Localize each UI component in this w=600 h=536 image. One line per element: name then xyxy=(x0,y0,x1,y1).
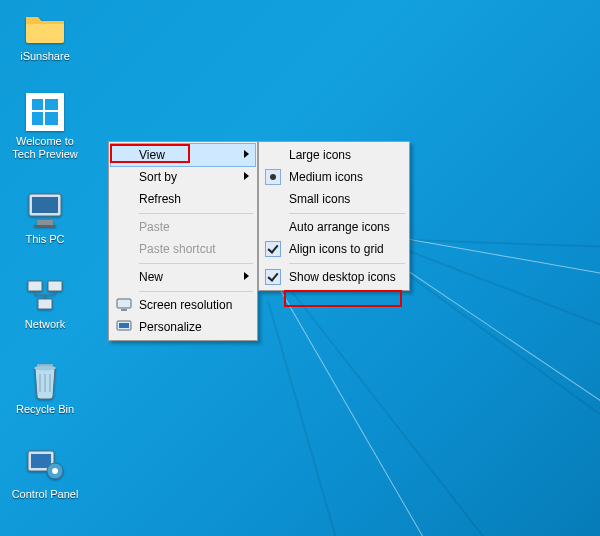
svg-rect-15 xyxy=(31,454,51,468)
radio-selected-icon xyxy=(265,169,281,185)
menu-separator xyxy=(289,213,405,214)
submenu-arrow-icon xyxy=(244,150,249,158)
desktop-context-menu: View Sort by Refresh Paste Paste shortcu… xyxy=(108,141,258,341)
submenu-item-show-desktop-icons[interactable]: Show desktop icons xyxy=(261,266,407,288)
windows-logo-icon xyxy=(24,91,66,133)
desktop-icon-label: Recycle Bin xyxy=(16,403,74,415)
svg-rect-9 xyxy=(28,281,42,291)
submenu-item-small-icons[interactable]: Small icons xyxy=(261,188,407,210)
network-icon xyxy=(24,274,66,316)
submenu-arrow-icon xyxy=(244,172,249,180)
submenu-item-align-grid[interactable]: Align icons to grid xyxy=(261,238,407,260)
desktop-icon-this-pc[interactable]: This PC xyxy=(6,189,84,246)
submenu-item-auto-arrange[interactable]: Auto arrange icons xyxy=(261,216,407,238)
svg-point-17 xyxy=(52,468,58,474)
desktop-icon-label: iSunshare xyxy=(20,50,70,62)
desktop-icons-group: iSunshare Welcome to Tech Preview This P… xyxy=(6,6,84,501)
menu-item-label: Show desktop icons xyxy=(289,270,396,284)
menu-separator xyxy=(139,263,253,264)
svg-rect-10 xyxy=(48,281,62,291)
svg-rect-18 xyxy=(117,299,131,308)
menu-item-new[interactable]: New xyxy=(111,266,255,288)
check-icon xyxy=(265,241,281,257)
menu-item-label: Screen resolution xyxy=(139,298,232,312)
menu-item-label: Small icons xyxy=(289,192,350,206)
desktop-icon-isunshare[interactable]: iSunshare xyxy=(6,6,84,63)
menu-item-label: Paste shortcut xyxy=(139,242,216,256)
check-icon xyxy=(265,269,281,285)
submenu-item-large-icons[interactable]: Large icons xyxy=(261,144,407,166)
menu-separator xyxy=(139,291,253,292)
desktop-icon-recycle-bin[interactable]: Recycle Bin xyxy=(6,359,84,416)
menu-item-label: Auto arrange icons xyxy=(289,220,390,234)
desktop-icon-label: Control Panel xyxy=(12,488,79,500)
svg-rect-2 xyxy=(45,99,58,110)
desktop-icon-network[interactable]: Network xyxy=(6,274,84,331)
menu-item-personalize[interactable]: Personalize xyxy=(111,316,255,338)
menu-item-label: New xyxy=(139,270,163,284)
menu-item-view[interactable]: View xyxy=(111,144,255,166)
menu-item-label: Align icons to grid xyxy=(289,242,384,256)
monitor-icon xyxy=(115,296,133,314)
menu-item-label: View xyxy=(139,148,165,162)
menu-item-paste: Paste xyxy=(111,216,255,238)
control-panel-icon xyxy=(24,444,66,486)
recycle-bin-icon xyxy=(24,359,66,401)
svg-rect-1 xyxy=(32,99,43,110)
svg-rect-4 xyxy=(45,112,58,125)
view-submenu: Large icons Medium icons Small icons Aut… xyxy=(258,141,410,291)
menu-separator xyxy=(289,263,405,264)
desktop-icon-welcome[interactable]: Welcome to Tech Preview xyxy=(6,91,84,161)
menu-item-label: Refresh xyxy=(139,192,181,206)
desktop-icon-label: Welcome to Tech Preview xyxy=(12,135,77,160)
svg-rect-6 xyxy=(32,197,58,213)
submenu-item-medium-icons[interactable]: Medium icons xyxy=(261,166,407,188)
desktop-icon-label: This PC xyxy=(25,233,64,245)
menu-item-label: Personalize xyxy=(139,320,202,334)
computer-icon xyxy=(24,189,66,231)
menu-item-label: Paste xyxy=(139,220,170,234)
svg-rect-11 xyxy=(38,299,52,309)
svg-rect-3 xyxy=(32,112,43,125)
svg-point-13 xyxy=(34,366,56,371)
desktop-icon-control-panel[interactable]: Control Panel xyxy=(6,444,84,501)
personalize-icon xyxy=(115,318,133,336)
menu-item-label: Sort by xyxy=(139,170,177,184)
svg-rect-8 xyxy=(34,225,56,227)
menu-item-label: Medium icons xyxy=(289,170,363,184)
desktop-icon-label: Network xyxy=(25,318,65,330)
menu-item-sort-by[interactable]: Sort by xyxy=(111,166,255,188)
svg-rect-19 xyxy=(121,309,127,311)
svg-rect-7 xyxy=(37,220,53,225)
svg-rect-21 xyxy=(119,323,129,328)
submenu-arrow-icon xyxy=(244,272,249,280)
folder-icon xyxy=(24,6,66,48)
menu-separator xyxy=(139,213,253,214)
menu-item-paste-shortcut: Paste shortcut xyxy=(111,238,255,260)
menu-item-label: Large icons xyxy=(289,148,351,162)
menu-item-refresh[interactable]: Refresh xyxy=(111,188,255,210)
menu-item-screen-resolution[interactable]: Screen resolution xyxy=(111,294,255,316)
